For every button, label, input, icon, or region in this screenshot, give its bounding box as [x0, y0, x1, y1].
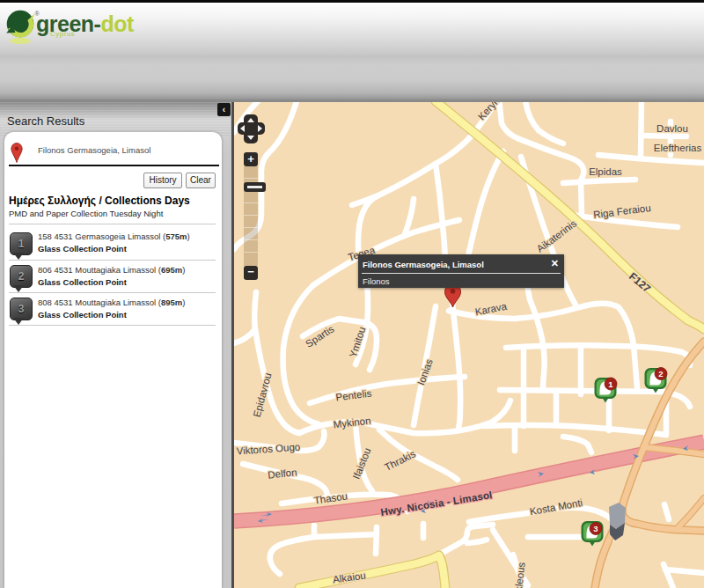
svg-text:Eleftherias: Eleftherias: [654, 143, 702, 153]
svg-text:2: 2: [658, 369, 663, 379]
svg-text:Elpidas: Elpidas: [589, 166, 622, 177]
svg-text:1: 1: [608, 379, 613, 389]
svg-text:3: 3: [593, 524, 598, 533]
svg-text:Davlou: Davlou: [656, 123, 688, 134]
